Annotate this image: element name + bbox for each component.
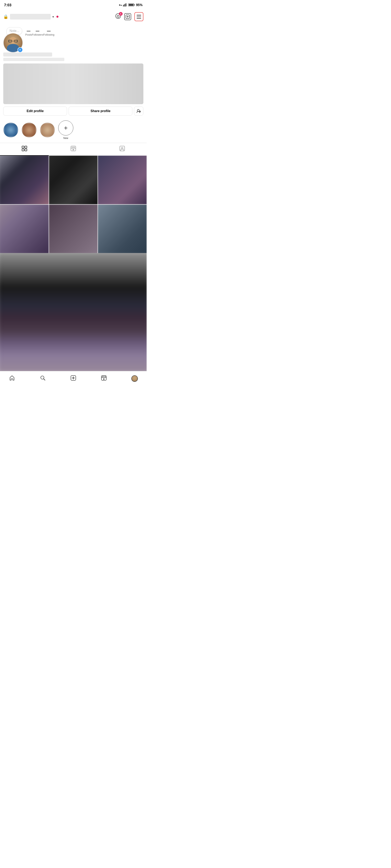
status-icons: 🗝 + 95% xyxy=(119,3,143,7)
battery-percentage: 95% xyxy=(136,3,143,7)
post-item[interactable] xyxy=(0,156,49,204)
add-suggested-button[interactable] xyxy=(134,106,143,116)
bottom-nav-home[interactable] xyxy=(7,374,17,383)
profile-name-blur xyxy=(3,53,52,57)
username-blur xyxy=(10,14,51,20)
add-content-button[interactable] xyxy=(124,13,131,20)
post-item[interactable] xyxy=(0,205,49,253)
svg-rect-34 xyxy=(104,376,104,377)
edit-profile-button[interactable]: Edit profile xyxy=(3,106,67,116)
bottom-nav-search[interactable] xyxy=(38,374,48,383)
lock-icon: 🔒 xyxy=(3,14,8,19)
hamburger-menu-button[interactable] xyxy=(134,12,143,21)
action-buttons: Edit profile Share profile xyxy=(3,106,143,116)
highlight-image-2 xyxy=(22,123,36,137)
svg-rect-16 xyxy=(25,146,27,148)
reels-nav-icon xyxy=(101,375,107,382)
svg-rect-18 xyxy=(25,149,27,151)
new-highlight-item[interactable]: + New xyxy=(58,120,73,140)
followers-stat[interactable]: — Followers xyxy=(32,29,44,36)
svg-rect-7 xyxy=(129,4,133,6)
new-highlight-plus-icon: + xyxy=(64,125,68,131)
home-icon xyxy=(9,375,15,382)
highlight-2[interactable] xyxy=(22,122,37,137)
profile-bio-blur xyxy=(3,58,64,61)
add-post-icon xyxy=(71,375,76,382)
highlight-3[interactable] xyxy=(40,122,55,137)
posts-stat: — Posts xyxy=(25,29,32,36)
highlight-circle-2 xyxy=(22,122,37,137)
svg-rect-17 xyxy=(22,149,24,151)
note-placeholder: Note... xyxy=(9,29,19,33)
bottom-nav-reels[interactable] xyxy=(99,374,109,383)
key-icon: 🗝 xyxy=(119,3,122,7)
nav-right: 5 xyxy=(115,12,143,21)
highlight-image-1 xyxy=(3,123,18,137)
battery-icon xyxy=(128,3,135,7)
svg-rect-2 xyxy=(125,4,125,6)
avatar-container: Note... + xyxy=(3,26,23,53)
svg-rect-22 xyxy=(74,147,75,148)
svg-rect-35 xyxy=(105,376,106,377)
post-image-6 xyxy=(98,205,147,253)
share-profile-button[interactable]: Share profile xyxy=(68,106,132,116)
bottom-nav-add[interactable] xyxy=(68,374,78,383)
following-count: — xyxy=(43,29,54,33)
post-item[interactable] xyxy=(49,156,98,204)
svg-line-28 xyxy=(44,379,45,380)
nav-left: 🔒 ▾ xyxy=(3,14,115,20)
highlight-image-3 xyxy=(40,123,55,137)
svg-text:+: + xyxy=(127,4,127,6)
reels-icon xyxy=(71,146,76,152)
chevron-down-icon[interactable]: ▾ xyxy=(52,15,54,19)
large-content-image xyxy=(0,253,147,371)
posts-count: — xyxy=(25,29,32,33)
highlights-section: + New xyxy=(3,119,143,143)
new-highlight-circle[interactable]: + xyxy=(58,120,73,135)
search-icon xyxy=(40,375,46,382)
followers-label: Followers xyxy=(32,33,44,36)
svg-rect-20 xyxy=(72,147,73,148)
glasses-left xyxy=(8,40,12,42)
svg-rect-23 xyxy=(71,148,76,149)
glasses-right xyxy=(14,40,18,42)
online-indicator xyxy=(56,16,58,18)
tagged-icon xyxy=(119,146,125,152)
status-bar: 7:03 🗝 + 95% xyxy=(0,0,147,10)
svg-rect-1 xyxy=(124,4,124,6)
threads-button[interactable]: 5 xyxy=(115,13,121,20)
post-item[interactable] xyxy=(98,156,147,204)
post-image-1 xyxy=(0,156,49,204)
highlight-1[interactable] xyxy=(3,122,18,137)
post-image-4 xyxy=(0,205,49,253)
bottom-nav-profile[interactable] xyxy=(130,374,139,383)
signal-icon: + xyxy=(123,3,127,7)
svg-point-12 xyxy=(137,110,139,112)
svg-rect-21 xyxy=(73,147,74,148)
glasses-decoration xyxy=(8,40,18,42)
profile-cover-inner xyxy=(3,63,143,104)
post-item[interactable] xyxy=(98,205,147,253)
status-time: 7:03 xyxy=(4,3,11,7)
profile-name-area xyxy=(3,53,143,63)
tab-reels[interactable] xyxy=(49,143,98,156)
bottom-nav xyxy=(0,371,147,388)
following-label: Following xyxy=(43,33,54,36)
hamburger-line-2 xyxy=(137,17,141,17)
new-highlight-label: New xyxy=(63,137,68,140)
profile-header: Note... + — Posts xyxy=(3,23,143,53)
profile-cover-image xyxy=(3,63,143,104)
tab-grid[interactable] xyxy=(0,143,49,156)
tab-tagged[interactable] xyxy=(98,143,147,156)
highlight-circle-1 xyxy=(3,122,18,137)
grid-icon xyxy=(22,146,27,152)
post-item[interactable] xyxy=(49,205,98,253)
add-story-button[interactable]: + xyxy=(18,47,23,53)
svg-rect-0 xyxy=(123,5,123,6)
svg-rect-36 xyxy=(102,377,106,378)
following-stat[interactable]: — Following xyxy=(43,29,54,36)
highlight-circle-3 xyxy=(40,122,55,137)
bottom-avatar xyxy=(131,375,138,382)
profile-stats: — Posts — Followers — Following xyxy=(25,26,54,38)
svg-rect-15 xyxy=(22,146,24,148)
